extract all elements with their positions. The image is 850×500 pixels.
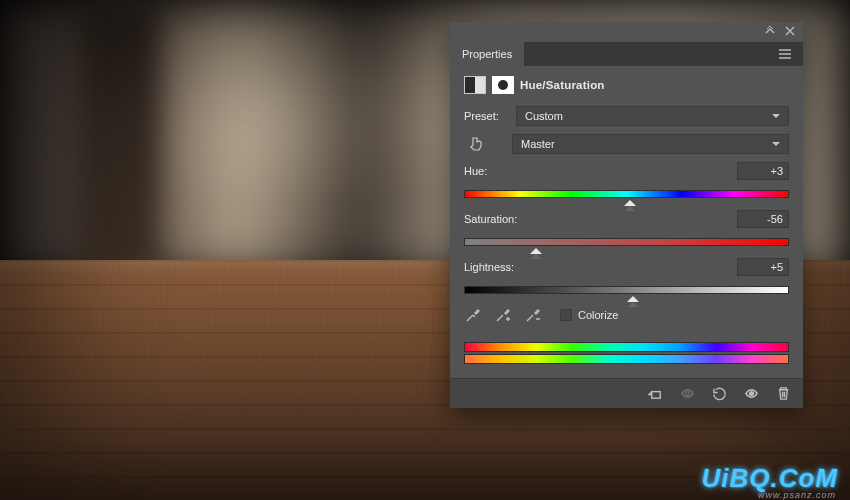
watermark-sub: www.psanz.com: [758, 490, 836, 500]
panel-menu-icon[interactable]: [769, 42, 803, 66]
hue-value-input[interactable]: +3: [737, 162, 789, 180]
hue-thumb[interactable]: [624, 194, 636, 206]
channel-select[interactable]: Master: [512, 134, 789, 154]
panel-tabs: Properties: [450, 42, 803, 66]
colorize-label: Colorize: [578, 309, 618, 321]
saturation-label: Saturation:: [464, 213, 517, 225]
saturation-slider[interactable]: [464, 234, 789, 248]
eyedropper-row: Colorize: [464, 306, 789, 328]
saturation-value-input[interactable]: -56: [737, 210, 789, 228]
colorize-checkbox[interactable]: [560, 309, 572, 321]
properties-panel: Properties Hue/Saturation Preset: Custom…: [450, 22, 803, 408]
lightness-slider[interactable]: [464, 282, 789, 296]
adjustment-title: Hue/Saturation: [520, 79, 605, 91]
eyedropper-subtract-icon[interactable]: [524, 306, 542, 324]
eyedropper-icon[interactable]: [464, 306, 482, 324]
targeted-adjust-icon[interactable]: [464, 136, 486, 152]
saturation-thumb[interactable]: [530, 242, 542, 254]
preset-row: Preset: Custom: [464, 106, 789, 126]
adjustment-header: Hue/Saturation: [464, 76, 789, 94]
preset-label: Preset:: [464, 110, 510, 122]
tab-label: Properties: [462, 48, 512, 60]
reset-icon[interactable]: [711, 386, 727, 402]
panel-footer: [450, 378, 803, 408]
hue-slider-block: Hue: +3: [464, 162, 789, 200]
trash-icon[interactable]: [775, 386, 791, 402]
hue-slider[interactable]: [464, 186, 789, 200]
lightness-label: Lightness:: [464, 261, 514, 273]
saturation-slider-block: Saturation: -56: [464, 210, 789, 248]
svg-rect-0: [651, 392, 659, 399]
svg-point-1: [685, 392, 689, 396]
preset-select[interactable]: Custom: [516, 106, 789, 126]
close-icon[interactable]: [785, 26, 795, 38]
view-previous-icon[interactable]: [679, 386, 695, 402]
lightness-value-input[interactable]: +5: [737, 258, 789, 276]
svg-point-2: [749, 392, 753, 396]
collapse-icon[interactable]: [765, 26, 775, 38]
lightness-thumb[interactable]: [627, 290, 639, 302]
visibility-icon[interactable]: [743, 386, 759, 402]
eyedropper-add-icon[interactable]: [494, 306, 512, 324]
preset-value: Custom: [525, 110, 563, 122]
layer-mask-icon[interactable]: [492, 76, 514, 94]
hue-label: Hue:: [464, 165, 487, 177]
lightness-slider-block: Lightness: +5: [464, 258, 789, 296]
panel-titlebar: [450, 22, 803, 42]
hue-ramp[interactable]: [464, 342, 789, 364]
adjustment-type-icon[interactable]: [464, 76, 486, 94]
clip-to-layer-icon[interactable]: [647, 386, 663, 402]
channel-row: Master: [464, 134, 789, 154]
channel-value: Master: [521, 138, 555, 150]
tab-properties[interactable]: Properties: [450, 42, 525, 66]
